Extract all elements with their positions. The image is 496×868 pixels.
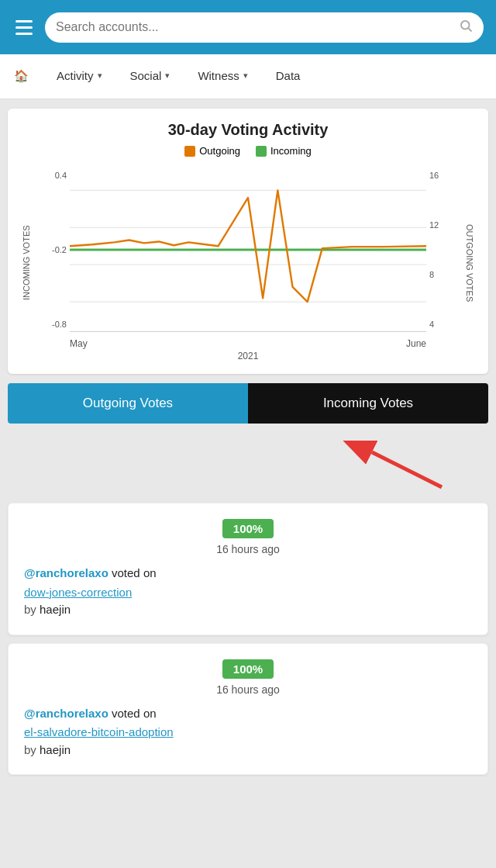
vote-card-2-text: @ranchorelaxo voted on el-salvadore-bitc… [24, 705, 472, 759]
vote-card-2-action: voted on [112, 707, 157, 720]
nav-tab-data-label: Data [276, 69, 301, 82]
vote-card-1-action: voted on [112, 566, 157, 579]
nav-tab-witness-label: Witness [198, 69, 239, 82]
nav-tab-home[interactable]: 🏠 [0, 54, 43, 99]
y-tick-right-2: 12 [429, 220, 439, 230]
vote-card-1-percent: 100% [222, 519, 274, 538]
x-label-june: June [406, 338, 426, 349]
x-sub-label: 2021 [42, 351, 454, 361]
vote-card-2-percent: 100% [222, 659, 274, 679]
chart-section: 30-day Voting Activity Outgoing Incoming… [8, 109, 488, 374]
legend-outgoing: Outgoing [184, 145, 240, 157]
legend-outgoing-label: Outgoing [199, 145, 240, 157]
y-axis-right-label: OUTGOING VOTES [454, 164, 476, 361]
nav-tab-data[interactable]: Data [262, 54, 315, 99]
vote-card-2-time: 16 hours ago [216, 683, 280, 696]
vote-card-1-time: 16 hours ago [216, 543, 280, 555]
vote-card-2-by: by [24, 743, 40, 756]
legend-incoming: Incoming [256, 145, 312, 157]
y-tick-right-4: 4 [429, 320, 434, 329]
vote-card-1-author: haejin [40, 603, 71, 616]
nav-tab-social-label: Social [130, 69, 162, 82]
chevron-down-icon: ▾ [98, 71, 102, 81]
nav-tab-witness[interactable]: Witness ▾ [184, 54, 261, 99]
vote-card-1-by: by [24, 603, 40, 616]
chart-svg-container [70, 164, 426, 335]
y-tick-left-2: -0.2 [52, 245, 67, 254]
vote-card-1-text: @ranchorelaxo voted on dow-jones-correct… [24, 565, 472, 619]
chart-wrapper: INCOMING VOTES 0.4 -0.2 -0.8 [20, 164, 476, 361]
red-arrow-svg [294, 441, 450, 495]
header [0, 0, 496, 54]
vote-card-1-account[interactable]: @ranchorelaxo [24, 566, 108, 579]
vote-card-1-header: 100% 16 hours ago [24, 519, 472, 555]
search-icon [459, 19, 473, 36]
legend-incoming-dot [256, 146, 267, 157]
legend-incoming-label: Incoming [270, 145, 312, 157]
svg-line-9 [372, 452, 442, 487]
vote-card-2-author: haejin [40, 743, 71, 756]
vote-card-2-header: 100% 16 hours ago [24, 659, 472, 696]
vote-card-2-account[interactable]: @ranchorelaxo [24, 707, 108, 720]
chart-svg [70, 164, 426, 335]
vote-card-2-post-link[interactable]: el-salvadore-bitcoin-adoption [24, 724, 472, 742]
y-tick-left-3: -0.8 [52, 320, 67, 329]
vote-toggle: Outgoing Votes Incoming Votes [8, 383, 488, 424]
outgoing-votes-button[interactable]: Outgoing Votes [8, 383, 248, 424]
arrow-annotation [0, 433, 496, 495]
nav-tab-activity[interactable]: Activity ▾ [43, 54, 116, 99]
home-icon: 🏠 [14, 69, 29, 83]
y-tick-right-1: 16 [429, 171, 439, 180]
legend-outgoing-dot [184, 146, 195, 157]
vote-card-2: 100% 16 hours ago @ranchorelaxo voted on… [8, 643, 488, 776]
vote-card-1: 100% 16 hours ago @ranchorelaxo voted on… [8, 503, 488, 635]
y-axis-left-label: INCOMING VOTES [20, 164, 42, 361]
chevron-down-icon: ▾ [243, 71, 248, 81]
chart-card: 30-day Voting Activity Outgoing Incoming… [8, 109, 488, 374]
nav-tabs: 🏠 Activity ▾ Social ▾ Witness ▾ Data [0, 54, 496, 99]
svg-line-1 [468, 28, 471, 31]
search-input[interactable] [56, 20, 453, 34]
chart-title: 30-day Voting Activity [20, 121, 476, 139]
incoming-votes-button[interactable]: Incoming Votes [248, 383, 488, 424]
hamburger-button[interactable] [12, 17, 36, 38]
nav-tab-activity-label: Activity [57, 69, 94, 82]
y-tick-left-1: 0.4 [55, 171, 67, 180]
nav-tab-social[interactable]: Social ▾ [116, 54, 184, 99]
y-tick-right-3: 8 [429, 270, 434, 279]
vote-card-1-post-link[interactable]: dow-jones-correction [24, 584, 472, 602]
chevron-down-icon: ▾ [165, 71, 170, 81]
chart-legend: Outgoing Incoming [20, 145, 476, 157]
search-bar [45, 12, 484, 43]
svg-point-0 [461, 21, 470, 29]
x-label-may: May [70, 338, 88, 349]
